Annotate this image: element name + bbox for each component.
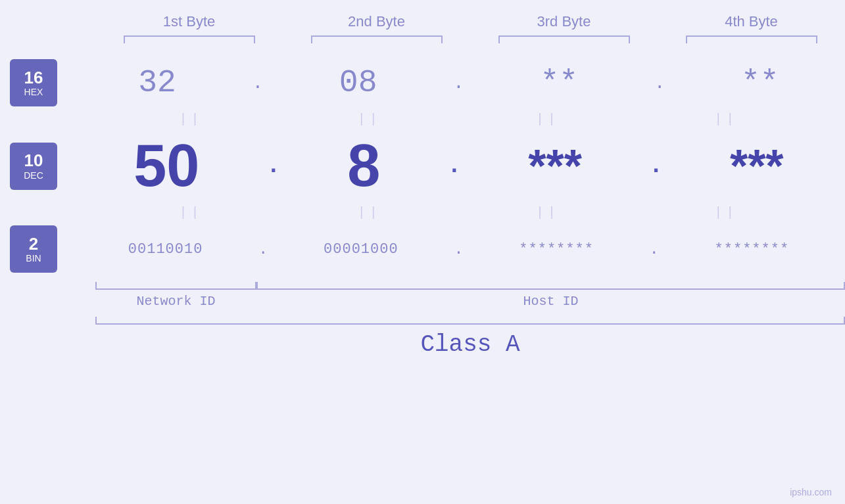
dec-val3: ***	[528, 140, 582, 193]
bin-dot2: .	[450, 241, 466, 258]
hex-dot3: .	[651, 73, 669, 93]
dec-dot2: .	[444, 152, 465, 179]
eq2-3: ||	[475, 205, 620, 220]
eq1-1: ||	[119, 112, 264, 127]
class-label: Class A	[95, 331, 845, 358]
bin-val2: 00001000	[324, 241, 398, 258]
hex-val2: 08	[339, 65, 377, 101]
full-bottom-bracket	[95, 317, 845, 325]
equals-row-2: || || || ||	[10, 204, 835, 221]
hex-val3: **	[540, 65, 578, 101]
bracket-byte4	[686, 35, 817, 43]
dec-dot1: .	[263, 152, 284, 179]
eq1-2: ||	[297, 112, 442, 127]
hex-val4: **	[741, 65, 779, 101]
byte3-header: 3rd Byte	[485, 13, 643, 30]
hex-row: 16 HEX 32 . 08 . ** . **	[10, 59, 835, 106]
hex-dot2: .	[450, 73, 468, 93]
eq1-3: ||	[475, 112, 620, 127]
bracket-byte2	[311, 35, 443, 43]
dec-row: 10 DEC 50 . 8 . *** . ***	[10, 132, 835, 200]
dec-val2: 8	[347, 132, 380, 200]
dec-dot3: .	[646, 152, 667, 179]
id-labels: Network ID Host ID	[95, 294, 845, 309]
eq2-4: ||	[654, 205, 798, 220]
bin-badge: 2 BIN	[10, 225, 57, 273]
eq2-1: ||	[119, 205, 264, 220]
network-id-label: Network ID	[95, 294, 256, 309]
dec-val4: ***	[730, 140, 784, 193]
watermark: ipshu.com	[790, 487, 832, 497]
bin-dot1: .	[255, 241, 271, 258]
host-id-label: Host ID	[256, 294, 845, 309]
hex-dot1: .	[249, 73, 266, 93]
hex-badge: 16 HEX	[10, 59, 57, 106]
bin-dot3: .	[646, 241, 662, 258]
bin-val1: 00110010	[128, 241, 203, 258]
eq1-4: ||	[654, 112, 798, 127]
eq2-2: ||	[297, 205, 442, 220]
bracket-byte3	[498, 35, 630, 43]
bin-row: 2 BIN 00110010 . 00001000 . ******** . *…	[10, 225, 835, 273]
main-container: 1st Byte 2nd Byte 3rd Byte 4th Byte 16 H…	[0, 0, 845, 504]
byte2-header: 2nd Byte	[298, 13, 456, 30]
network-bracket	[95, 282, 256, 290]
bottom-brackets	[95, 282, 845, 290]
bracket-byte1	[124, 35, 255, 43]
byte1-header: 1st Byte	[110, 13, 268, 30]
dec-badge: 10 DEC	[10, 143, 57, 190]
host-bracket	[256, 282, 845, 290]
equals-row-1: || || || ||	[10, 110, 835, 128]
byte4-header: 4th Byte	[673, 13, 831, 30]
dec-val1: 50	[133, 132, 199, 200]
hex-val1: 32	[138, 65, 176, 101]
bin-val4: ********	[715, 241, 790, 258]
bin-val3: ********	[519, 241, 594, 258]
